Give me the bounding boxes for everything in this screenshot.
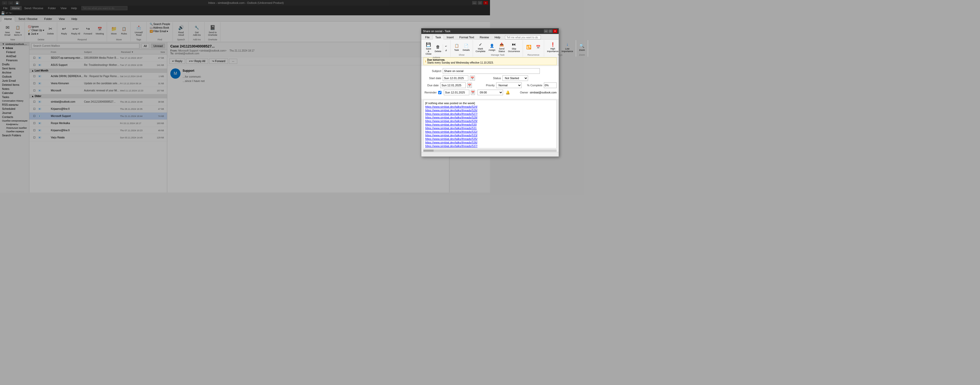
task-link-536[interactable]: https://www.simbiat.dev/talks/threads/53… bbox=[425, 141, 477, 144]
due-date-label: Due date bbox=[423, 84, 439, 87]
task-title: Share on social - Task bbox=[423, 30, 450, 33]
task-group-actions: 💾 Save &Close 🗑 Delete ↩ ↺ Actions bbox=[422, 40, 451, 57]
task-tab-file[interactable]: File bbox=[422, 35, 433, 39]
assign-label: Assign bbox=[488, 49, 490, 51]
task-delete-button[interactable]: 🗑 Delete bbox=[434, 43, 442, 53]
task-link-535[interactable]: https://www.simbiat.dev/talks/threads/53… bbox=[425, 137, 477, 140]
task-redo-button[interactable]: ↺ bbox=[444, 49, 449, 52]
task-body-line-0: [if nothing else was posted on the week] bbox=[425, 102, 490, 105]
assign-icon: 👤 bbox=[489, 43, 490, 49]
reminder-time-select[interactable]: 09:00 10:00 12:00 bbox=[477, 90, 490, 95]
task-tab-review[interactable]: Review bbox=[477, 35, 490, 39]
task-link-531[interactable]: https://www.simbiat.dev/talks/threads/53… bbox=[425, 127, 477, 130]
task-tab-format-text[interactable]: Format Text bbox=[457, 35, 477, 39]
task-ribbon-tabs: File Task Insert Format Text Review Help bbox=[421, 34, 490, 40]
task-group-show: 📋 Task 📄 Details Show bbox=[451, 40, 473, 57]
task-link-529[interactable]: https://www.simbiat.dev/talks/threads/52… bbox=[425, 119, 477, 123]
task-save-close-button[interactable]: 💾 Save &Close bbox=[424, 41, 433, 56]
due-date-field[interactable] bbox=[440, 83, 466, 88]
start-date-calendar-button[interactable]: 📅 bbox=[470, 76, 475, 81]
task-quick-actions: ↩ ↺ bbox=[443, 44, 449, 52]
status-label: Status bbox=[483, 76, 490, 80]
task-title-bar: Share on social - Task — □ ✕ bbox=[421, 28, 490, 34]
start-date-field[interactable] bbox=[443, 75, 468, 81]
task-delete-label: Delete bbox=[434, 50, 441, 52]
hscroll-track bbox=[423, 150, 490, 152]
subject-label: Subject bbox=[423, 70, 441, 73]
task-show-task-button[interactable]: 📋 Task bbox=[452, 42, 461, 52]
show-details-icon: 📄 bbox=[463, 43, 469, 49]
mark-complete-label: MarkComplete bbox=[476, 48, 486, 52]
start-status-row: Start date 📅 Status Not Started In Progr… bbox=[423, 75, 490, 81]
reminder-date-calendar-button[interactable]: 📅 bbox=[471, 90, 475, 95]
due-info-text: Due tomorrow. Starts every Sunday and We… bbox=[427, 59, 490, 64]
mark-complete-button[interactable]: ✓ MarkComplete bbox=[474, 41, 487, 53]
hscroll-thumb[interactable] bbox=[423, 150, 434, 152]
task-delete-icon: 🗑 bbox=[435, 44, 441, 50]
task-group-show-label: Show bbox=[459, 53, 465, 56]
task-due-info: ℹ Due tomorrow. Starts every Sunday and … bbox=[423, 57, 490, 65]
subject-row: Subject bbox=[423, 68, 490, 74]
task-link-524[interactable]: https://www.simbiat.dev/talks/threads/52… bbox=[425, 105, 477, 108]
task-status-bar bbox=[421, 152, 490, 156]
reminder-date-field[interactable] bbox=[444, 90, 469, 95]
start-date-label: Start date bbox=[423, 76, 441, 80]
info-icon: ℹ bbox=[425, 60, 426, 63]
save-close-label: Save &Close bbox=[425, 48, 432, 55]
reminder-checkbox[interactable] bbox=[438, 91, 441, 94]
task-undo-button[interactable]: ↩ bbox=[444, 44, 449, 48]
task-link-530[interactable]: https://www.simbiat.dev/talks/threads/53… bbox=[425, 123, 477, 126]
show-task-icon: 📋 bbox=[453, 43, 460, 49]
due-priority-row: Due date 📅 Priority Low Normal High % Co… bbox=[423, 83, 490, 88]
task-ribbon-content: 💾 Save &Close 🗑 Delete ↩ ↺ Actions bbox=[421, 40, 490, 57]
priority-label: Priority bbox=[479, 84, 490, 87]
task-show-details-button[interactable]: 📄 Details bbox=[461, 42, 471, 52]
reminder-row: Reminder 📅 09:00 10:00 12:00 🔔 Owner sim… bbox=[423, 90, 490, 95]
save-close-icon: 💾 bbox=[425, 41, 431, 48]
task-link-528[interactable]: https://www.simbiat.dev/talks/threads/52… bbox=[425, 116, 477, 119]
show-details-label: Details bbox=[463, 49, 470, 51]
mark-complete-icon: ✓ bbox=[477, 41, 484, 48]
due-date-calendar-button[interactable]: 📅 bbox=[467, 83, 472, 88]
task-link-527[interactable]: https://www.simbiat.dev/talks/threads/52… bbox=[425, 112, 477, 115]
show-task-label: Task bbox=[454, 49, 459, 51]
reminder-label: Reminder bbox=[423, 91, 437, 94]
task-link-526[interactable]: https://www.simbiat.dev/talks/threads/52… bbox=[425, 109, 477, 112]
task-body[interactable]: [if nothing else was posted on the week]… bbox=[423, 100, 490, 148]
task-tab-insert[interactable]: Insert bbox=[444, 35, 457, 39]
subject-field[interactable] bbox=[443, 68, 490, 74]
task-link-532[interactable]: https://www.simbiat.dev/talks/threads/53… bbox=[425, 130, 477, 133]
task-link-538[interactable]: https://www.simbiat.dev/talks/threads/53… bbox=[425, 148, 477, 148]
task-group-manage: ✓ MarkComplete 👤 Assign 📤 SendStatus ⏭ S… bbox=[473, 40, 490, 57]
task-tab-task[interactable]: Task bbox=[433, 35, 444, 40]
task-link-533[interactable]: https://www.simbiat.dev/talks/threads/53… bbox=[425, 134, 477, 137]
task-body-hscroll[interactable] bbox=[423, 150, 490, 152]
task-form: Subject Start date 📅 Status Not Started … bbox=[421, 66, 490, 99]
assign-button[interactable]: 👤 Assign bbox=[487, 42, 490, 52]
task-overlay: Share on social - Task — □ ✕ File Task I… bbox=[0, 0, 490, 192]
task-link-537[interactable]: https://www.simbiat.dev/talks/threads/53… bbox=[425, 145, 477, 148]
task-dialog: Share on social - Task — □ ✕ File Task I… bbox=[421, 28, 490, 157]
